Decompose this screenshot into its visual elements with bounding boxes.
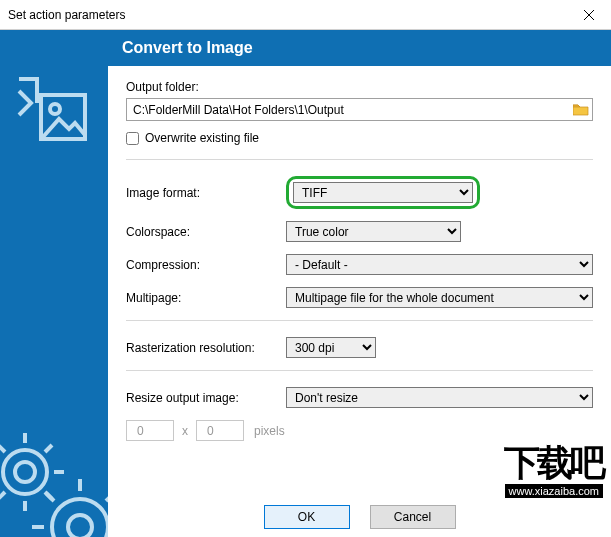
svg-line-19 bbox=[106, 493, 108, 501]
svg-line-10 bbox=[0, 445, 5, 452]
compression-label: Compression: bbox=[126, 258, 286, 272]
multipage-label: Multipage: bbox=[126, 291, 286, 305]
overwrite-checkbox-row[interactable]: Overwrite existing file bbox=[126, 131, 593, 145]
svg-point-3 bbox=[50, 104, 60, 114]
output-folder-input[interactable] bbox=[127, 101, 570, 119]
output-folder-label: Output folder: bbox=[126, 80, 593, 94]
resize-width-input bbox=[126, 420, 174, 441]
browse-folder-icon[interactable] bbox=[570, 99, 592, 120]
cancel-button[interactable]: Cancel bbox=[370, 505, 456, 529]
dimension-separator: x bbox=[182, 424, 188, 438]
gears-icon bbox=[0, 417, 108, 537]
window-title: Set action parameters bbox=[8, 8, 125, 22]
resize-select[interactable]: Don't resize bbox=[286, 387, 593, 408]
image-format-select[interactable]: TIFF bbox=[293, 182, 473, 203]
resize-height-input bbox=[196, 420, 244, 441]
output-folder-field bbox=[126, 98, 593, 121]
overwrite-checkbox[interactable] bbox=[126, 132, 139, 145]
title-bar: Set action parameters bbox=[0, 0, 611, 30]
sidebar bbox=[0, 30, 108, 537]
colorspace-label: Colorspace: bbox=[126, 225, 286, 239]
multipage-select[interactable]: Multipage file for the whole document bbox=[286, 287, 593, 308]
svg-point-5 bbox=[15, 462, 35, 482]
convert-image-icon bbox=[15, 75, 93, 153]
dialog-heading: Convert to Image bbox=[108, 30, 611, 66]
pixels-label: pixels bbox=[254, 424, 285, 438]
svg-point-15 bbox=[68, 515, 92, 537]
overwrite-label: Overwrite existing file bbox=[145, 131, 259, 145]
svg-line-11 bbox=[45, 445, 52, 452]
image-format-label: Image format: bbox=[126, 186, 286, 200]
svg-line-12 bbox=[0, 492, 5, 499]
svg-line-20 bbox=[46, 493, 54, 501]
compression-select[interactable]: - Default - bbox=[286, 254, 593, 275]
rasterization-label: Rasterization resolution: bbox=[126, 341, 286, 355]
colorspace-select[interactable]: True color bbox=[286, 221, 461, 242]
rasterization-select[interactable]: 300 dpi bbox=[286, 337, 376, 358]
image-format-highlight: TIFF bbox=[286, 176, 480, 209]
resize-label: Resize output image: bbox=[126, 391, 286, 405]
close-button[interactable] bbox=[566, 0, 611, 29]
svg-point-14 bbox=[52, 499, 108, 537]
ok-button[interactable]: OK bbox=[264, 505, 350, 529]
svg-point-4 bbox=[3, 450, 47, 494]
